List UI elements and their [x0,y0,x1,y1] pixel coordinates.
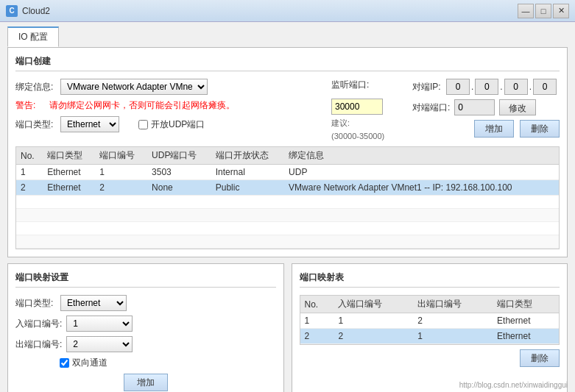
cell-no: 1 [16,165,43,180]
port-table-row-empty [16,222,559,235]
cell-udp: None [147,180,211,196]
mt-cell-out: 2 [413,313,493,329]
port-mapping-panel: 端口映射设置 端口类型: Ethernet Serial 入端口编号: 1 2 … [7,263,284,392]
mapping-table-panel: 端口映射表 No. 入端口编号 出端口编号 端口类型 1 1 2 E [292,263,568,392]
cell-udp: 3503 [147,165,211,180]
add-port-button[interactable]: 增加 [474,120,514,138]
mapping-port-type-label: 端口类型: [15,297,56,310]
listen-port-row: 监听端口: [331,79,405,91]
mt-cell-in: 1 [334,313,413,329]
bind-row: 绑定信息: VMware Network Adapter VMnet1 -- I… [15,79,324,95]
cell-no: 2 [16,180,43,196]
binding-select[interactable]: VMware Network Adapter VMnet1 -- IP: 192… [60,79,208,95]
mt-col-no: No. [300,296,334,313]
tab-bar: IO 配置 [7,26,568,47]
col-num: 端口编号 [95,147,147,165]
app-icon: C [6,5,18,17]
mt-cell-out: 1 [413,329,493,344]
udp-checkbox[interactable] [138,120,148,129]
mapping-table-container: No. 入端口编号 出端口编号 端口类型 1 1 2 Ethernet 2 2 … [300,295,560,345]
ip-part-1[interactable] [446,79,470,95]
cell-bind: VMware Network Adapter VMnet1 -- IP: 192… [284,180,559,196]
ip-part-3[interactable] [504,79,528,95]
cell-num: 2 [95,180,147,196]
suggest-range: (30000-35000) [331,132,405,140]
in-port-select[interactable]: 1 2 [66,316,133,332]
delete-mapping-row: 删除 [300,349,560,367]
remote-port-label: 对端端口: [412,101,450,114]
remote-port-input[interactable] [454,99,495,115]
col-no: No. [16,147,43,165]
cell-status: Public [211,180,284,196]
maximize-button[interactable]: □ [535,4,551,18]
add-mapping-row: 增加 [15,374,276,391]
udp-checkbox-label[interactable]: 开放UDP端口 [138,118,205,131]
col-bind: 绑定信息 [284,147,559,165]
col-type: 端口类型 [43,147,95,165]
port-table: No. 端口类型 端口编号 UDP端口号 端口开放状态 绑定信息 1 Ether… [16,147,559,249]
mapping-table-row[interactable]: 1 1 2 Ethernet [300,313,560,329]
bidirectional-checkbox[interactable] [60,358,69,368]
delete-port-button[interactable]: 删除 [520,120,560,138]
cell-type: Ethernet [43,180,95,196]
mt-cell-no: 2 [300,329,334,344]
bind-label: 绑定信息: [15,81,56,93]
port-create-title: 端口创建 [15,55,560,71]
bidirectional-text: 双向通道 [72,357,107,369]
delete-mapping-button[interactable]: 删除 [520,349,560,367]
port-table-row[interactable]: 2 Ethernet 2 None Public VMware Network … [16,180,559,196]
port-type-label: 端口类型: [15,118,56,131]
port-table-row-empty [16,235,559,249]
cell-status: Internal [211,165,284,180]
listen-port-input[interactable] [331,99,383,115]
modify-button[interactable]: 修改 [499,99,536,115]
cell-type: Ethernet [43,165,95,180]
title-bar: C Cloud2 — □ ✕ [0,0,575,22]
mt-col-type: 端口类型 [493,296,559,313]
remote-ip-label: 对端IP: [412,81,442,93]
mt-cell-in: 2 [334,329,413,344]
port-mapping-title: 端口映射设置 [15,271,276,288]
mt-cell-type: Ethernet [493,329,559,344]
main-content: IO 配置 端口创建 绑定信息: VMware Network Adapter … [0,22,575,392]
listen-port-label: 监听端口: [331,79,369,91]
udp-label-text: 开放UDP端口 [151,118,205,131]
window-title: Cloud2 [22,6,516,16]
warning-text: 请勿绑定公网网卡，否则可能会引起网络瘫痪。 [49,99,235,112]
col-udp: UDP端口号 [147,147,211,165]
mapping-table-row[interactable]: 2 2 1 Ethernet [300,329,560,344]
bottom-section: 端口映射设置 端口类型: Ethernet Serial 入端口编号: 1 2 … [7,263,568,392]
mt-cell-no: 1 [300,313,334,329]
out-port-label: 出端口编号: [15,338,62,351]
tab-io-config[interactable]: IO 配置 [7,26,59,47]
port-table-row[interactable]: 1 Ethernet 1 3503 Internal UDP [16,165,559,180]
mapping-port-type-row: 端口类型: Ethernet Serial [15,295,276,311]
col-status: 端口开放状态 [211,147,284,165]
mt-col-in: 入端口编号 [334,296,413,313]
port-type-select[interactable]: Ethernet Serial [60,116,119,132]
port-table-row-empty [16,209,559,222]
footer-url: http://blog.csdn.net/xinwaidinggui [459,381,568,389]
cell-bind: UDP [284,165,559,180]
remote-ip-group: . . . [446,79,557,95]
mapping-table: No. 入端口编号 出端口编号 端口类型 1 1 2 Ethernet 2 2 … [300,296,560,344]
ip-part-4[interactable] [533,79,557,95]
remote-ip-row: 对端IP: . . . [412,79,560,95]
out-port-row: 出端口编号: 1 2 [15,336,276,352]
close-button[interactable]: ✕ [553,4,569,18]
remote-port-row: 对端端口: 修改 [412,99,560,115]
ip-part-2[interactable] [475,79,498,95]
cell-num: 1 [95,165,147,180]
out-port-select[interactable]: 1 2 [66,336,133,352]
warning-label: 警告: [15,99,45,112]
mapping-port-type-select[interactable]: Ethernet Serial [60,295,127,311]
port-create-panel: 端口创建 绑定信息: VMware Network Adapter VMnet1… [7,47,568,257]
in-port-row: 入端口编号: 1 2 [15,316,276,332]
mapping-table-title: 端口映射表 [300,271,560,288]
warning-row: 警告: 请勿绑定公网网卡，否则可能会引起网络瘫痪。 [15,99,324,112]
bidirectional-label[interactable]: 双向通道 [60,357,107,369]
mt-cell-type: Ethernet [493,313,559,329]
add-mapping-button[interactable]: 增加 [124,374,168,391]
suggest-label: 建议: [331,118,405,129]
minimize-button[interactable]: — [518,4,534,18]
